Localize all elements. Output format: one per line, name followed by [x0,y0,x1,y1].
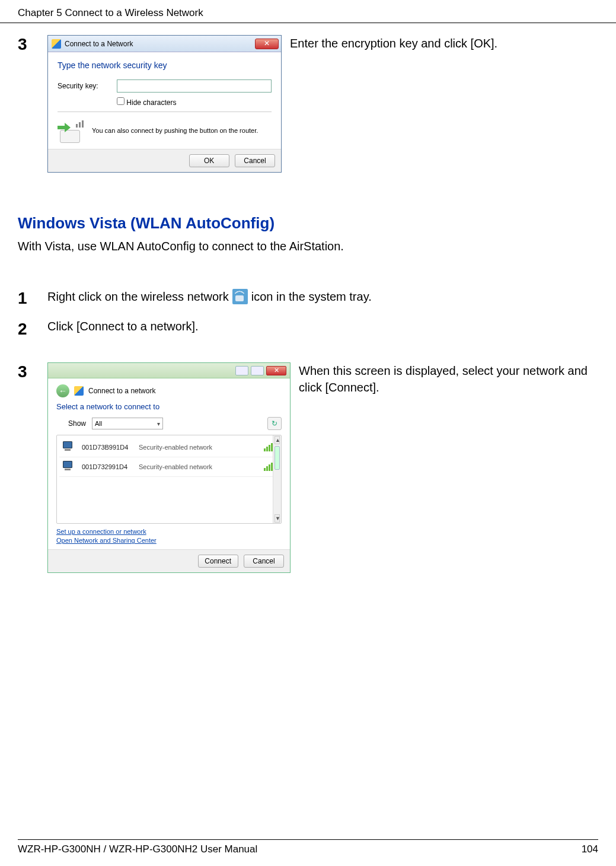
close-button[interactable]: ✕ [266,366,286,375]
page-content: 3 Connect to a Network ✕ Type the networ… [0,23,616,573]
page-footer: WZR-HP-G300NH / WZR-HP-G300NH2 User Manu… [18,839,598,855]
dialog-title: Connect to a Network [65,40,133,48]
step1-text-after: icon in the system tray. [251,290,372,304]
step3-instruction: Enter the encryption key and click [OK]. [290,35,598,52]
hide-characters-label: Hide characters [126,98,176,107]
shield-icon [74,386,84,396]
open-network-center-link[interactable]: Open Network and Sharing Center [56,536,282,545]
network-name: 001D732991D4 [82,463,133,470]
scroll-down-arrow[interactable]: ▼ [275,514,280,523]
step-number: 2 [18,320,47,339]
step2-text: Click [Connect to a network]. [47,320,199,333]
scroll-thumb[interactable] [275,446,280,470]
hide-characters-checkbox[interactable] [117,97,125,105]
network-item[interactable]: 001D732991D4 Security-enabled network [59,457,279,477]
vista-step-1: 1 Right click on the wireless network ic… [18,289,598,308]
dialog-titlebar: ✕ [48,363,290,378]
push-button-text: You can also connect by pushing the butt… [92,127,258,135]
wireless-tray-icon [232,289,248,304]
signal-strength-icon [264,463,273,471]
vista-step-2: 2 Click [Connect to a network]. [18,320,598,339]
network-status: Security-enabled network [139,463,258,470]
chevron-down-icon: ▾ [157,421,160,427]
setup-connection-link[interactable]: Set up a connection or network [56,527,282,536]
step-3-win7: 3 Connect to a Network ✕ Type the networ… [18,35,598,173]
router-push-icon [58,119,85,143]
vista-connect-dialog: ✕ ← Connect to a network Select a networ… [47,362,291,573]
cancel-button[interactable]: Cancel [235,154,275,167]
step3-vista-instruction: When this screen is displayed, select yo… [299,362,598,396]
step1-text-before: Right click on the wireless network [47,290,229,304]
cancel-button[interactable]: Cancel [244,555,284,568]
vista-section-intro: With Vista, use WLAN AutoConfig to conne… [18,240,598,253]
scroll-up-arrow[interactable]: ▲ [275,436,280,444]
refresh-button[interactable]: ↻ [267,417,282,430]
minimize-button[interactable] [235,366,248,375]
vista-section-heading: Windows Vista (WLAN AutoConfig) [18,214,598,233]
shield-icon [52,39,61,49]
back-arrow-icon[interactable]: ← [56,384,69,397]
close-button[interactable]: ✕ [255,39,279,49]
show-filter-value: All [95,420,102,427]
network-status: Security-enabled network [139,444,258,451]
connect-button[interactable]: Connect [198,555,238,568]
maximize-button[interactable] [251,366,264,375]
signal-strength-icon [264,443,273,451]
network-computer-icon [62,461,76,473]
network-list: 001D73B991D4 Security-enabled network 00… [56,435,282,524]
security-key-input[interactable] [117,79,272,93]
show-filter-dropdown[interactable]: All ▾ [92,418,163,429]
scrollbar[interactable]: ▲ ▼ [273,435,281,523]
network-item[interactable]: 001D73B991D4 Security-enabled network [59,438,279,457]
vista-step-3: 3 ✕ ← Connect to a network Select a netw… [18,362,598,573]
step-number: 3 [18,35,47,54]
dialog-titlebar: Connect to a Network ✕ [48,36,281,52]
show-label: Show [68,419,86,428]
page-header: Chapter 5 Connect to a Wireless Network [0,0,616,23]
network-name: 001D73B991D4 [82,444,133,451]
footer-manual-name: WZR-HP-G300NH / WZR-HP-G300NH2 User Manu… [18,843,257,855]
dialog-heading: Select a network to connect to [56,402,282,411]
ok-button[interactable]: OK [189,154,229,167]
step-number: 1 [18,289,47,308]
dialog-heading: Type the network security key [58,61,272,70]
win7-connect-dialog: Connect to a Network ✕ Type the network … [47,35,282,173]
footer-page-number: 104 [582,843,598,855]
step-number: 3 [18,362,47,381]
security-key-label: Security key: [58,82,111,90]
network-computer-icon [62,441,76,453]
dialog-title: Connect to a network [88,387,155,395]
